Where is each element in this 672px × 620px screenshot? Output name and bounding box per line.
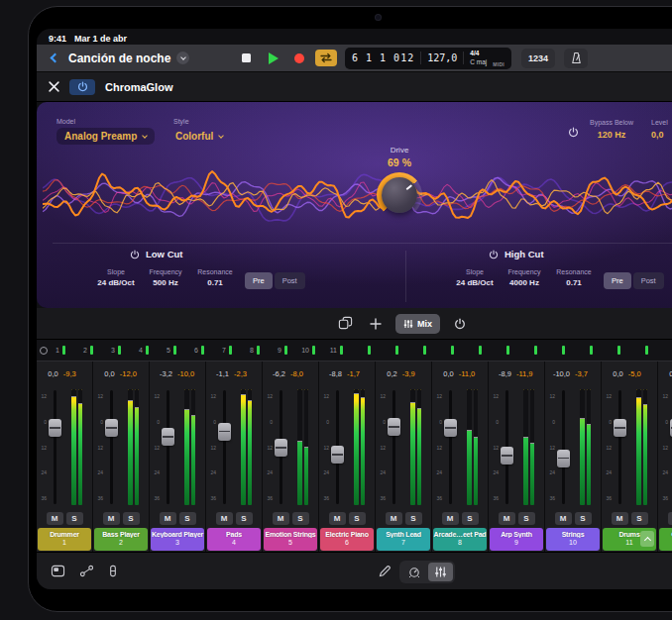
plugin-power-button[interactable] — [69, 79, 95, 95]
model-selector[interactable]: Model Analog Preamp — [56, 118, 155, 145]
fader-track[interactable] — [223, 390, 226, 504]
collapse-button[interactable] — [640, 531, 654, 547]
fader-track[interactable] — [449, 390, 452, 504]
overlay-window-button[interactable] — [51, 565, 65, 577]
mute-button[interactable]: M — [499, 512, 515, 525]
track-name-tab[interactable]: Bass Player 2 — [94, 528, 148, 551]
solo-button[interactable]: S — [462, 512, 479, 525]
frequency-value[interactable]: 4000 Hz — [504, 278, 544, 287]
track-name-tab[interactable]: Strings 10 — [546, 528, 600, 551]
track-name-tab[interactable]: Electric Piano 6 — [320, 528, 374, 551]
fader-handle[interactable] — [388, 418, 400, 436]
fader-track[interactable] — [280, 390, 282, 504]
solo-button[interactable]: S — [518, 512, 535, 525]
fader-handle[interactable] — [444, 419, 457, 437]
resonance-control[interactable]: Resonance 0.71 — [195, 268, 235, 287]
signature-block[interactable]: 4/4 C maj — [470, 51, 487, 65]
track-name-tab[interactable]: Drums 11 — [603, 528, 656, 551]
track-name-tab[interactable]: Chorus V — [659, 528, 672, 551]
edit-pencil-button[interactable] — [378, 565, 392, 582]
cycle-button[interactable] — [315, 50, 337, 66]
fader-handle[interactable] — [49, 419, 61, 437]
level-value[interactable]: 0,0 — [651, 130, 672, 140]
back-button[interactable] — [45, 50, 62, 67]
fader-track[interactable] — [336, 390, 339, 504]
fader-track[interactable] — [54, 390, 56, 504]
song-title[interactable]: Canción de noche — [68, 52, 170, 65]
fader-track[interactable] — [618, 390, 621, 504]
pre-button[interactable]: Pre — [245, 272, 273, 289]
mute-button[interactable]: M — [668, 512, 672, 525]
mute-button[interactable]: M — [216, 512, 233, 525]
track-name-tab[interactable]: Emotion Strings 5 — [264, 528, 317, 551]
solo-button[interactable]: S — [123, 512, 140, 525]
slope-value[interactable]: 24 dB/Oct — [96, 278, 136, 287]
tempo-readout[interactable]: 127,0 — [427, 52, 457, 63]
lcd-display[interactable]: 6 1 1 012 127,0 4/4 C maj MIDI — [345, 48, 511, 69]
solo-button[interactable]: S — [575, 512, 592, 525]
fader-track[interactable] — [562, 390, 565, 504]
mute-button[interactable]: M — [273, 512, 289, 525]
solo-button[interactable]: S — [405, 512, 422, 525]
song-menu-button[interactable] — [176, 52, 189, 64]
model-value[interactable]: Analog Preamp — [64, 131, 137, 142]
record-button[interactable] — [288, 48, 310, 69]
post-button[interactable]: Post — [275, 272, 305, 289]
mute-button[interactable]: M — [386, 512, 402, 525]
bypass-power-button[interactable] — [568, 124, 579, 142]
style-value[interactable]: Colorful — [175, 131, 213, 142]
frequency-control[interactable]: Frequency 500 Hz — [146, 268, 185, 287]
style-selector[interactable]: Style Colorful — [173, 118, 225, 145]
track-name-tab[interactable]: Arcade…eet Pad 8 — [433, 528, 487, 551]
routing-button[interactable] — [79, 565, 94, 577]
mute-button[interactable]: M — [442, 512, 459, 525]
bypass-below-control[interactable]: Bypass Below 120 Hz — [588, 119, 635, 140]
fader-track[interactable] — [110, 390, 113, 504]
mute-button[interactable]: M — [612, 512, 628, 525]
pre-button[interactable]: Pre — [604, 272, 631, 289]
resonance-value[interactable]: 0.71 — [554, 278, 594, 287]
fader-handle[interactable] — [105, 419, 118, 437]
fader-handle[interactable] — [218, 423, 231, 441]
track-name-tab[interactable]: Pads 4 — [207, 528, 261, 551]
fader-handle[interactable] — [614, 419, 626, 437]
fader-handle[interactable] — [162, 428, 174, 446]
play-button[interactable] — [262, 48, 283, 69]
mix-view-button[interactable]: Mix — [395, 314, 440, 334]
fader-handle[interactable] — [501, 447, 513, 465]
frequency-value[interactable]: 500 Hz — [146, 278, 185, 287]
solo-button[interactable]: S — [236, 512, 253, 525]
fader-handle[interactable] — [557, 450, 570, 467]
track-name-tab[interactable]: Drummer 1 — [38, 528, 91, 551]
solo-button[interactable]: S — [292, 512, 309, 525]
track-name-tab[interactable]: Synth Lead 7 — [377, 528, 430, 551]
mute-button[interactable]: M — [329, 512, 346, 525]
track-name-tab[interactable]: Arp Synth 9 — [490, 528, 543, 551]
power-icon[interactable] — [130, 250, 140, 259]
playhead-position[interactable]: 6 1 1 012 — [352, 52, 414, 63]
level-control[interactable]: Level 0,0 — [651, 119, 672, 140]
slope-control[interactable]: Slope 24 dB/Oct — [96, 268, 136, 287]
fader-view-button[interactable] — [108, 565, 118, 577]
add-plugin-button[interactable] — [365, 313, 387, 335]
solo-button[interactable]: S — [631, 512, 648, 525]
mute-button[interactable]: M — [103, 512, 120, 525]
resonance-control[interactable]: Resonance 0.71 — [554, 268, 594, 287]
fader-handle[interactable] — [331, 446, 344, 464]
drive-knob[interactable] — [377, 172, 422, 218]
solo-button[interactable]: S — [349, 512, 366, 525]
resonance-value[interactable]: 0.71 — [195, 278, 235, 287]
solo-button[interactable]: S — [179, 512, 196, 525]
knobs-view-button[interactable] — [401, 563, 426, 581]
solo-button[interactable]: S — [66, 512, 83, 525]
power-icon[interactable] — [489, 250, 499, 259]
count-in-button[interactable]: 1234 — [521, 49, 555, 68]
track-name-tab[interactable]: Keyboard Player 3 — [151, 528, 204, 551]
frequency-control[interactable]: Frequency 4000 Hz — [504, 268, 544, 287]
mute-button[interactable]: M — [555, 512, 572, 525]
post-button[interactable]: Post — [633, 272, 664, 289]
faders-view-button[interactable] — [428, 563, 453, 581]
fader-handle[interactable] — [275, 439, 287, 457]
drive-value[interactable]: 69 % — [364, 156, 435, 168]
slope-value[interactable]: 24 dB/Oct — [455, 278, 495, 287]
